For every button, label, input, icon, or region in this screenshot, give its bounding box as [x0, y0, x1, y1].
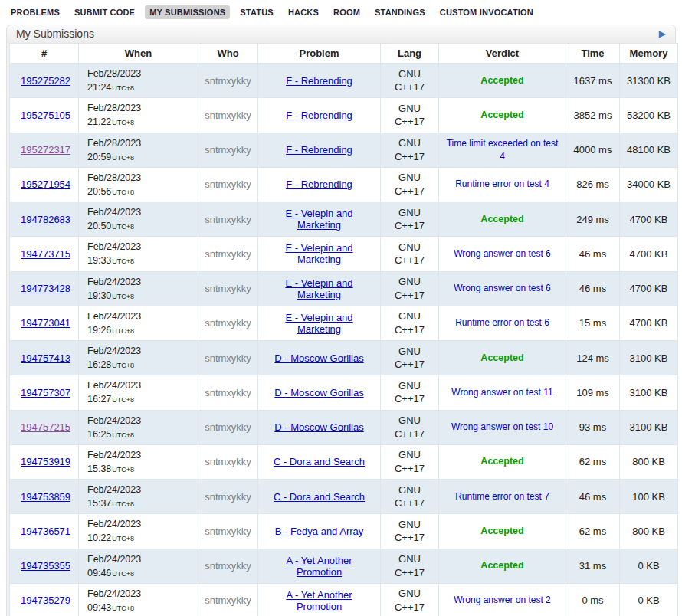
submission-author-link[interactable]: sntmxykky	[205, 456, 251, 467]
submission-id-link[interactable]: 194757413	[21, 352, 70, 364]
submission-when-cell: Feb/28/2023 20:59UTC+8	[79, 133, 198, 167]
submission-id-link[interactable]: 194773428	[21, 283, 70, 294]
submission-author-link[interactable]: sntmxykky	[205, 110, 251, 121]
submission-author-link[interactable]: sntmxykky	[205, 317, 251, 329]
submission-when-cell: Feb/24/2023 15:37UTC+8	[79, 480, 198, 514]
problem-link[interactable]: D - Moscow Gorillas	[274, 421, 363, 433]
submission-id-cell: 194757413	[10, 341, 79, 375]
submission-problem-cell: C - Dora and Search	[258, 480, 381, 514]
submission-id-link[interactable]: 194782683	[21, 214, 70, 225]
nav-item-room[interactable]: ROOM	[329, 5, 365, 19]
submission-author-link[interactable]: sntmxykky	[205, 595, 251, 606]
table-row: 194782683 Feb/24/2023 20:50UTC+8 sntmxyk…	[10, 202, 678, 237]
submission-id-link[interactable]: 194753919	[21, 456, 70, 467]
submission-problem-cell: C - Dora and Search	[258, 444, 381, 479]
submission-author-link[interactable]: sntmxykky	[205, 491, 251, 503]
submission-when-cell: Feb/24/2023 20:50UTC+8	[79, 202, 198, 237]
submission-id-link[interactable]: 194757215	[21, 421, 70, 433]
problem-link[interactable]: B - Fedya and Array	[275, 526, 364, 537]
submission-lang-cell: GNU C++17	[381, 271, 439, 306]
submission-author-cell: sntmxykky	[198, 64, 258, 98]
submission-lang-cell: GNU C++17	[381, 306, 439, 340]
timezone-label: UTC+8	[112, 293, 134, 300]
submission-author-link[interactable]: sntmxykky	[205, 421, 251, 433]
submission-date: Feb/24/2023	[87, 241, 141, 252]
memory-used-cell: 800 KB	[620, 444, 678, 479]
submission-author-link[interactable]: sntmxykky	[205, 214, 251, 225]
submission-id-link[interactable]: 194773041	[21, 317, 70, 329]
submission-id-link[interactable]: 194735279	[21, 595, 70, 606]
submission-author-link[interactable]: sntmxykky	[205, 526, 251, 537]
problem-link[interactable]: F - Rebrending	[286, 179, 352, 190]
table-row: 194773041 Feb/24/2023 19:26UTC+8 sntmxyk…	[10, 306, 678, 340]
problem-link[interactable]: F - Rebrending	[286, 75, 352, 87]
table-row: 195271954 Feb/28/2023 20:56UTC+8 sntmxyk…	[10, 167, 678, 202]
memory-used-cell: 3100 KB	[620, 410, 678, 444]
submission-author-cell: sntmxykky	[198, 306, 258, 340]
submission-verdict-cell: Runtime error on test 7	[439, 480, 566, 514]
submission-author-link[interactable]: sntmxykky	[205, 560, 251, 572]
nav-item-hacks[interactable]: HACKS	[284, 5, 323, 19]
problem-link[interactable]: D - Moscow Gorillas	[274, 352, 363, 364]
verdict-text: Accepted	[480, 352, 523, 363]
timezone-label: UTC+8	[112, 535, 134, 542]
submission-author-link[interactable]: sntmxykky	[205, 144, 251, 156]
submission-id-link[interactable]: 195275105	[21, 110, 70, 121]
submission-id-link[interactable]: 194753859	[21, 491, 70, 503]
submission-id-link[interactable]: 195271954	[21, 179, 70, 190]
verdict-text: Accepted	[480, 75, 523, 86]
submission-time: 16:27	[87, 394, 111, 405]
submission-id-cell: 194757215	[10, 410, 79, 444]
submission-lang-cell: GNU C++17	[381, 375, 439, 410]
submission-author-link[interactable]: sntmxykky	[205, 283, 251, 294]
submission-when-cell: Feb/24/2023 19:26UTC+8	[79, 306, 198, 340]
submission-verdict-cell: Accepted	[439, 202, 566, 237]
submission-time: 15:38	[87, 464, 111, 474]
submission-when-cell: Feb/24/2023 09:43UTC+8	[79, 583, 198, 616]
submission-author-link[interactable]: sntmxykky	[205, 387, 251, 398]
verdict-text: Wrong answer on test 11	[451, 387, 552, 398]
problem-link[interactable]: E - Velepin and Marketing	[285, 208, 352, 231]
problem-link[interactable]: C - Dora and Search	[274, 491, 365, 503]
table-row: 195275282 Feb/28/2023 21:24UTC+8 sntmxyk…	[10, 64, 678, 98]
submission-id-link[interactable]: 194735355	[21, 560, 70, 572]
nav-item-standings[interactable]: STANDINGS	[370, 5, 430, 19]
submission-id-link[interactable]: 194757307	[21, 387, 70, 398]
table-row: 195272317 Feb/28/2023 20:59UTC+8 sntmxyk…	[10, 133, 678, 167]
problem-link[interactable]: E - Velepin and Marketing	[285, 277, 352, 300]
nav-item-custom-invocation[interactable]: CUSTOM INVOCATION	[435, 5, 538, 19]
submission-author-link[interactable]: sntmxykky	[205, 352, 251, 364]
submission-id-link[interactable]: 195275282	[21, 75, 70, 87]
nav-item-status[interactable]: STATUS	[235, 5, 278, 19]
submission-id-link[interactable]: 195272317	[21, 144, 70, 156]
submission-author-cell: sntmxykky	[198, 341, 258, 375]
submission-id-link[interactable]: 194736571	[21, 526, 70, 537]
submission-author-link[interactable]: sntmxykky	[205, 179, 251, 190]
nav-item-my-submissions[interactable]: MY SUBMISSIONS	[145, 5, 230, 19]
submission-date: Feb/28/2023	[87, 138, 141, 149]
problem-link[interactable]: C - Dora and Search	[274, 456, 365, 467]
problem-link[interactable]: E - Velepin and Marketing	[285, 312, 352, 335]
problem-link[interactable]: A - Yet Another Promotion	[286, 555, 352, 578]
submission-author-link[interactable]: sntmxykky	[205, 248, 251, 260]
nav-item-problems[interactable]: PROBLEMS	[6, 5, 64, 19]
submission-id-link[interactable]: 194773715	[21, 248, 70, 260]
expand-arrow-icon[interactable]: ▶	[659, 29, 666, 38]
problem-link[interactable]: F - Rebrending	[286, 144, 352, 156]
submission-id-cell: 194773041	[10, 306, 79, 340]
problem-link[interactable]: D - Moscow Gorillas	[274, 387, 363, 398]
submission-when-cell: Feb/24/2023 19:33UTC+8	[79, 237, 198, 271]
problem-link[interactable]: F - Rebrending	[286, 110, 352, 121]
timezone-label: UTC+8	[112, 154, 134, 162]
submission-time: 09:43	[87, 602, 111, 613]
problem-link[interactable]: E - Velepin and Marketing	[285, 242, 352, 265]
execution-time-cell: 31 ms	[566, 549, 620, 583]
submission-when-cell: Feb/24/2023 10:22UTC+8	[79, 514, 198, 549]
column-header-: #	[10, 44, 79, 64]
verdict-text: Wrong answer on test 10	[451, 421, 553, 432]
submission-when-cell: Feb/28/2023 21:22UTC+8	[79, 98, 198, 133]
problem-link[interactable]: A - Yet Another Promotion	[286, 589, 352, 612]
submission-verdict-cell: Accepted	[439, 549, 566, 583]
nav-item-submit-code[interactable]: SUBMIT CODE	[70, 5, 139, 19]
submission-author-link[interactable]: sntmxykky	[205, 75, 251, 87]
